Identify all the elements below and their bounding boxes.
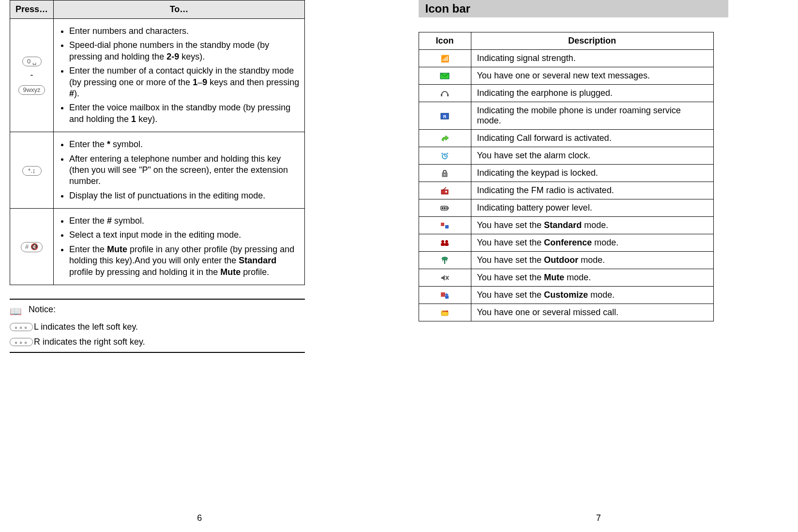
press-tbody: 0 ␣-9wxyzEnter numbers and characters.Sp… bbox=[10, 19, 305, 285]
softkey-left-text: L indicates the left soft key. bbox=[34, 322, 138, 332]
icon-header: Icon bbox=[419, 32, 471, 50]
keycap-icon: 0 ␣ bbox=[22, 57, 42, 66]
svg-rect-24 bbox=[441, 243, 445, 246]
key-cell: *.↨ bbox=[10, 132, 54, 209]
conference-icon bbox=[419, 234, 471, 252]
svg-rect-18 bbox=[444, 207, 445, 209]
table-row: You have set the Outdoor mode. bbox=[419, 252, 713, 269]
svg-rect-25 bbox=[445, 243, 449, 246]
table-row: RIndicating the mobile phone is under ro… bbox=[419, 102, 713, 130]
svg-rect-16 bbox=[448, 207, 449, 209]
customize-icon bbox=[419, 287, 471, 304]
svg-point-23 bbox=[445, 240, 448, 243]
keycap-icon: *.↨ bbox=[22, 166, 42, 176]
to-cell: Enter numbers and characters.Speed-dial … bbox=[54, 19, 305, 132]
table-row: You have set the Standard mode. bbox=[419, 217, 713, 234]
svg-text:R: R bbox=[443, 114, 447, 119]
svg-rect-20 bbox=[441, 223, 444, 226]
icon-description: You have set the Outdoor mode. bbox=[471, 252, 713, 269]
icon-description: You have one or several missed call. bbox=[471, 304, 713, 321]
icon-description: Indicating battery power level. bbox=[471, 199, 713, 217]
to-header: To… bbox=[54, 0, 305, 19]
svg-point-14 bbox=[445, 191, 447, 193]
to-list-item: Enter the Mute profile in any other prof… bbox=[69, 244, 300, 278]
icon-bar-heading: Icon bar bbox=[419, 0, 728, 17]
page-left: Press… To… 0 ␣-9wxyzEnter numbers and ch… bbox=[0, 0, 399, 532]
to-list-item: Enter the voice mailbox in the standby m… bbox=[69, 102, 300, 125]
svg-rect-33 bbox=[445, 296, 449, 299]
book-icon: 📖 bbox=[10, 304, 22, 317]
lock-icon bbox=[419, 165, 471, 182]
svg-line-9 bbox=[447, 153, 448, 154]
softkey-right-text: R indicates the right soft key. bbox=[34, 337, 145, 347]
icon-description: You have set the Customize mode. bbox=[471, 287, 713, 304]
keycap-icon: # 🔇 bbox=[21, 242, 43, 252]
table-row: You have one or several new text message… bbox=[419, 67, 713, 85]
icon-description: You have set the Conference mode. bbox=[471, 234, 713, 252]
to-list-item: Enter numbers and characters. bbox=[69, 26, 300, 37]
earphone-icon bbox=[419, 85, 471, 102]
table-row: You have set the Customize mode. bbox=[419, 287, 713, 304]
svg-rect-2 bbox=[447, 94, 449, 96]
to-list-item: Speed-dial phone numbers in the standby … bbox=[69, 40, 300, 62]
page-right: Icon bar Icon Description 📶Indicating si… bbox=[399, 0, 798, 532]
table-row: You have set the Mute mode. bbox=[419, 269, 713, 287]
key-range-sep: - bbox=[15, 70, 48, 80]
svg-line-8 bbox=[441, 153, 443, 154]
press-header: Press… bbox=[10, 0, 54, 19]
to-cell: Enter the * symbol.After entering a tele… bbox=[54, 132, 305, 209]
keycap-icon: 9wxyz bbox=[18, 85, 45, 95]
table-row: *.↨Enter the * symbol.After entering a t… bbox=[10, 132, 305, 209]
key-cell: # 🔇 bbox=[10, 209, 54, 285]
description-header: Description bbox=[471, 32, 713, 50]
table-row: 0 ␣-9wxyzEnter numbers and characters.Sp… bbox=[10, 19, 305, 132]
svg-point-22 bbox=[441, 240, 444, 243]
icon-description: You have set the Standard mode. bbox=[471, 217, 713, 234]
icon-description: Indicating signal strength. bbox=[471, 50, 713, 67]
icon-description: You have one or several new text message… bbox=[471, 67, 713, 85]
forward-icon bbox=[419, 130, 471, 147]
to-list-item: Enter the number of a contact quickly in… bbox=[69, 65, 300, 99]
table-row: 📶Indicating signal strength. bbox=[419, 50, 713, 67]
battery-icon bbox=[419, 199, 471, 217]
notice-row: 📖 Notice: bbox=[10, 304, 305, 317]
icon-table: Icon Description 📶Indicating signal stre… bbox=[419, 32, 714, 321]
table-row: You have set the Conference mode. bbox=[419, 234, 713, 252]
outdoor-icon bbox=[419, 252, 471, 269]
to-cell: Enter the # symbol.Select a text input m… bbox=[54, 209, 305, 285]
radio-icon bbox=[419, 182, 471, 199]
to-list-item: Enter the # symbol. bbox=[69, 215, 300, 227]
icon-description: Indicating the FM radio is activated. bbox=[471, 182, 713, 199]
softkey-cap-icon: ∘∘∘ bbox=[10, 338, 33, 346]
table-row: You have set the alarm clock. bbox=[419, 147, 713, 165]
page-number-right: 7 bbox=[399, 513, 798, 523]
standard-icon bbox=[419, 217, 471, 234]
icon-description: Indicating the earphone is plugged. bbox=[471, 85, 713, 102]
notice-rule-top bbox=[10, 299, 305, 300]
key-cell: 0 ␣-9wxyz bbox=[10, 19, 54, 132]
to-list-item: Enter the * symbol. bbox=[69, 139, 300, 150]
icon-description: Indicating the keypad is locked. bbox=[471, 165, 713, 182]
softkey-cap-icon: ∘∘∘ bbox=[10, 323, 33, 331]
icon-description: You have set the Mute mode. bbox=[471, 269, 713, 287]
icon-description: Indicating Call forward is activated. bbox=[471, 130, 713, 147]
press-table: Press… To… 0 ␣-9wxyzEnter numbers and ch… bbox=[10, 0, 305, 285]
to-list: Enter the # symbol.Select a text input m… bbox=[59, 215, 300, 278]
icon-description: Indicating the mobile phone is under roa… bbox=[471, 102, 713, 130]
table-row: Indicating the keypad is locked. bbox=[419, 165, 713, 182]
table-row: Indicating battery power level. bbox=[419, 199, 713, 217]
icon-description: You have set the alarm clock. bbox=[471, 147, 713, 165]
roaming-icon: R bbox=[419, 102, 471, 130]
svg-line-13 bbox=[443, 187, 446, 190]
missed-icon bbox=[419, 304, 471, 321]
to-list: Enter the * symbol.After entering a tele… bbox=[59, 139, 300, 201]
icon-tbody: 📶Indicating signal strength.You have one… bbox=[419, 50, 713, 321]
svg-point-11 bbox=[444, 174, 445, 175]
softkey-right-line: ∘∘∘ R indicates the right soft key. bbox=[10, 337, 380, 347]
to-list-item: Select a text input mode in the editing … bbox=[69, 229, 300, 241]
mute-icon bbox=[419, 269, 471, 287]
envelope-icon bbox=[419, 67, 471, 85]
to-list-item: Display the list of punctuations in the … bbox=[69, 190, 300, 201]
signal-icon: 📶 bbox=[419, 50, 471, 67]
svg-rect-19 bbox=[446, 207, 447, 209]
